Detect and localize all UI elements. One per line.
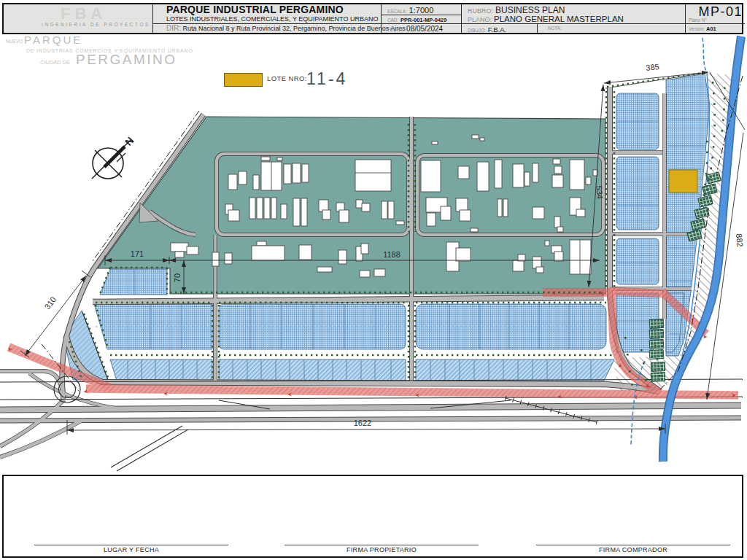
fecha-label: FECHA: (387, 28, 404, 32)
building-footprint (456, 248, 471, 261)
sheet-cell: MP-01 Plano N° Version A01 (686, 4, 745, 33)
building-footprint (525, 172, 530, 186)
building-footprint (271, 198, 276, 219)
vegetation-dot (706, 152, 708, 154)
rubro-value: BUSINESS PLAN (495, 6, 565, 15)
building-footprint (533, 163, 538, 182)
building-footprint (252, 246, 285, 260)
building-footprint (553, 159, 560, 164)
building-footprint (441, 206, 451, 220)
building-footprint (338, 250, 347, 264)
building-footprint (498, 199, 502, 217)
building-footprint (257, 241, 266, 246)
signature-line (285, 545, 479, 545)
dibujo-label: DIBUJO: (468, 28, 486, 33)
vegetation-dot (713, 125, 716, 127)
lot-band-b2 (219, 359, 406, 381)
sheet-label: Plano N° (689, 18, 707, 23)
building-footprint (471, 228, 478, 232)
green-block (649, 340, 664, 349)
nota-label: NOTA: (548, 26, 562, 31)
vegetation-dot (708, 178, 711, 180)
masterplan-sheet: N 385 534 882 171 1188 70 (0, 0, 747, 560)
building-footprint (552, 175, 563, 187)
dim-310: 310 (42, 295, 58, 311)
vegetation-dot (700, 200, 703, 202)
vegetation-dot (627, 354, 629, 356)
vegetation-dot (722, 119, 724, 121)
vegetation-dot (659, 375, 661, 377)
building-footprint (586, 177, 591, 184)
dim-171: 171 (131, 249, 144, 258)
lot-pentagon (100, 269, 167, 295)
stream-dashed (703, 38, 707, 73)
vegetation-dot (643, 362, 645, 365)
industrial-area (98, 117, 605, 294)
wm-nuevo: NUEVO (6, 39, 23, 44)
building-footprint (301, 198, 307, 226)
vegetation-dot (657, 358, 659, 360)
building-footprint (432, 141, 438, 144)
logo-watermark-text: FBA (61, 4, 107, 23)
building-footprint (472, 135, 479, 139)
legend-label: LOTE NRO: (267, 75, 307, 82)
vegetation-dot (645, 379, 647, 381)
title-block: FBA INGENIERIA DE PROYECTOS PARQUE INDUS… (2, 3, 743, 34)
sheet-code: MP-01 (698, 5, 743, 18)
signature-line (536, 545, 730, 545)
building-footprint (171, 243, 188, 252)
vegetation-dot (713, 103, 716, 105)
signature-label-lugar: LUGAR Y FECHA (34, 547, 228, 553)
plano-row: PLANO: PLANO GENERAL MASTERPLAN (468, 15, 624, 24)
building-footprint (513, 260, 524, 271)
vegetation-dot (711, 157, 713, 159)
escala-value: 1:7000 (409, 7, 434, 15)
signature-line (34, 545, 228, 545)
escala-label: ESCALA: (387, 9, 407, 14)
vegetation-dot (704, 184, 706, 186)
version-value: A01 (706, 26, 716, 32)
building-footprint (396, 221, 404, 225)
green-block (649, 319, 664, 329)
building-footprint (322, 210, 330, 219)
building-footprint (361, 244, 368, 254)
plano-value: PLANO GENERAL MASTERPLAN (494, 15, 624, 24)
building-footprint (293, 198, 300, 226)
vegetation-dot (631, 384, 633, 386)
building-footprint (264, 198, 270, 219)
building-footprint (339, 210, 349, 222)
dim-882: 882 (735, 233, 745, 248)
dim-1622: 1622 (354, 419, 371, 427)
building-footprint (299, 245, 311, 260)
scale-cell: ESCALA: 1:7000 CAD: PPR-001-MP-0429 FECH… (382, 4, 461, 33)
vegetation-dot (713, 93, 715, 95)
dibujo-row: DIBUJO: F.B.A. (468, 26, 506, 34)
building-footprint (187, 246, 198, 254)
wm-parque: PARQUE (24, 34, 82, 45)
lot-band-b3 (416, 359, 614, 381)
building-footprint (374, 269, 385, 276)
building-footprint (570, 160, 584, 190)
building-footprint (284, 164, 291, 184)
building-footprint (545, 241, 549, 246)
building-footprint (362, 203, 370, 211)
building-footprint (388, 201, 394, 219)
dir-label: DIR: (166, 24, 181, 32)
signature-box: LUGAR Y FECHA FIRMA PROPIETARIO FIRMA CO… (2, 475, 743, 558)
wm-pergamino: PERGAMINO (76, 52, 177, 66)
lot-area (616, 238, 659, 284)
building-footprint (533, 207, 544, 219)
building-footprint (421, 160, 441, 192)
building-footprint (503, 199, 508, 217)
building-footprint (480, 138, 484, 141)
vegetation-dot (624, 337, 627, 339)
project-subtitle: LOTES INDUSTRIALES, COMERCIALES, Y EQUIP… (166, 16, 378, 23)
vegetation-dot (713, 114, 716, 116)
logo-cell: FBA INGENIERIA DE PROYECTOS (4, 4, 152, 33)
highlighted-lot-11-4 (669, 170, 697, 192)
cad-label: CAD: (387, 18, 398, 23)
address-row: DIR: Ruta Nacional 8 y Ruta Provincial 3… (166, 25, 406, 32)
building-footprint (360, 271, 370, 277)
vegetation-dot (640, 349, 643, 351)
wm-ciudad-de: CIUDAD DE (40, 60, 70, 66)
